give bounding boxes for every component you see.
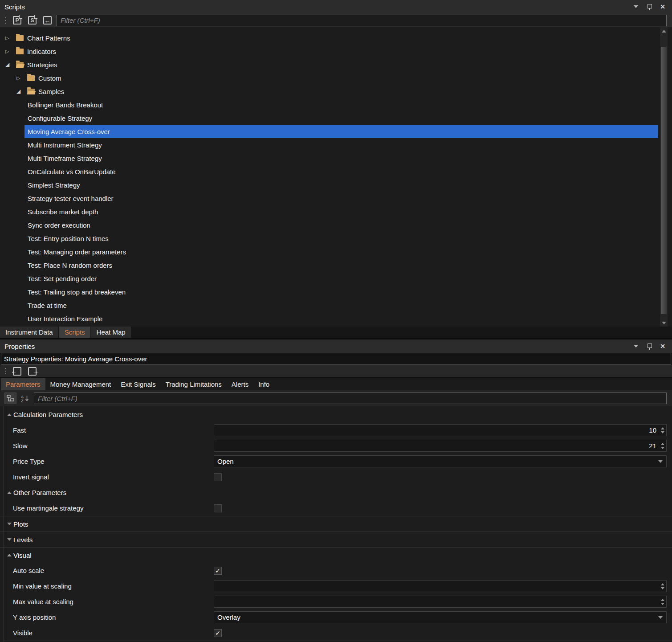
param-label: Y axis position	[13, 613, 214, 621]
tab-money-management[interactable]: Money Management	[45, 378, 116, 390]
bottom-tab-scripts[interactable]: Scripts	[59, 327, 90, 338]
section-collapse-icon[interactable]	[7, 554, 13, 556]
tree-leaf-row[interactable]: Test: Set pending order	[0, 272, 658, 285]
tree-leaf-row[interactable]: Test: Managing order parameters	[0, 245, 658, 258]
tree-folder-row[interactable]: ◢Samples	[0, 85, 658, 98]
section-header-calculation-parameters[interactable]: Calculation Parameters	[0, 407, 672, 422]
tree-item-label: Simplest Strategy	[28, 181, 80, 189]
max-value-at-scaling-input[interactable]	[214, 596, 667, 608]
new-p-script-button[interactable]: P	[11, 15, 23, 26]
export-settings-button[interactable]: →	[26, 365, 38, 377]
section-collapse-icon[interactable]	[7, 413, 13, 416]
tree-item-label: Test: Entry position N times	[28, 235, 109, 242]
param-label: Max value at scaling	[13, 598, 214, 605]
tree-leaf-row[interactable]: Strategy tester event handler	[0, 192, 658, 205]
properties-toolbar: ← →	[0, 365, 672, 378]
bottom-tab-heat-map[interactable]: Heat Map	[91, 327, 131, 338]
auto-scale-checkbox[interactable]: ✓	[214, 567, 222, 575]
param-row-use-martingale-strategy: Use martingale strategy✓	[0, 500, 672, 516]
scripts-filter-input[interactable]	[57, 15, 667, 26]
param-label: Fast	[13, 426, 214, 434]
parameters-filter-row: A Z	[0, 390, 672, 406]
section-expand-icon[interactable]	[7, 538, 13, 541]
section-header-other-parameters[interactable]: Other Parameters	[0, 485, 672, 500]
open-folder-icon	[16, 62, 24, 68]
tree-leaf-row[interactable]: Simplest Strategy	[0, 178, 658, 192]
panel-menu-dropdown-icon[interactable]	[631, 342, 641, 351]
section-header-levels[interactable]: Levels	[0, 532, 672, 547]
scrollbar-down-icon[interactable]	[660, 319, 668, 327]
tree-leaf-row[interactable]: Multi Instrument Strategy	[0, 138, 658, 151]
tree-leaf-row[interactable]: Trade at time	[0, 299, 658, 312]
close-icon[interactable]: ✕	[658, 342, 668, 351]
tree-folder-row[interactable]: ◢Strategies	[0, 58, 658, 71]
export-settings-icon: →	[28, 367, 37, 376]
tree-folder-row[interactable]: ▷Indicators	[0, 45, 658, 58]
collapse-arrow-icon[interactable]: ◢	[16, 88, 27, 94]
section-header-plots[interactable]: Plots	[0, 516, 672, 532]
tree-leaf-row[interactable]: Sync order execution	[0, 218, 658, 232]
tree-leaf-row[interactable]: Moving Average Cross-over	[0, 125, 658, 138]
expand-arrow-icon[interactable]: ▷	[5, 35, 16, 41]
grid-bottom-line	[4, 641, 672, 641]
price-type-dropdown[interactable]: Open	[214, 455, 667, 467]
tree-leaf-row[interactable]: Test: Trailing stop and breakeven	[0, 285, 658, 299]
y-axis-position-dropdown[interactable]: Overlay	[214, 611, 667, 623]
section-label: Calculation Parameters	[13, 411, 83, 418]
tree-leaf-row[interactable]: Test: Entry position N times	[0, 232, 658, 245]
visible-checkbox[interactable]: ✓	[214, 629, 222, 637]
tree-leaf-row[interactable]: Test: Place N random orders	[0, 258, 658, 272]
scrollbar-up-icon[interactable]	[660, 27, 668, 35]
tree-leaf-row[interactable]: User Interaction Example	[0, 312, 658, 325]
import-script-button[interactable]: ←	[41, 15, 53, 26]
tab-trading-limitations[interactable]: Trading Limitations	[161, 378, 227, 390]
parameters-grid: Calculation ParametersFast10Slow21Price …	[0, 406, 672, 642]
min-value-at-scaling-input[interactable]	[214, 580, 667, 592]
tab-parameters[interactable]: Parameters	[1, 378, 45, 390]
spinner-arrows-icon[interactable]	[661, 440, 664, 451]
spinner-arrows-icon[interactable]	[661, 581, 664, 592]
tree-leaf-row[interactable]: Subscribe market depth	[0, 205, 658, 218]
group-by-category-button[interactable]	[4, 393, 16, 404]
section-expand-icon[interactable]	[7, 523, 13, 525]
tree-leaf-row[interactable]: Bollinger Bands Breakout	[0, 98, 658, 111]
bottom-tab-instrument-data[interactable]: Instrument Data	[0, 327, 58, 338]
pin-icon[interactable]	[644, 2, 654, 11]
tree-folder-row[interactable]: ▷Custom	[0, 71, 658, 85]
tree-scrollbar[interactable]	[660, 27, 668, 327]
tree-leaf-row[interactable]: Configurable Strategy	[0, 111, 658, 125]
parameters-filter-input[interactable]	[34, 393, 667, 404]
tree-item-label: Multi Timeframe Strategy	[28, 155, 102, 162]
folder-icon	[27, 75, 35, 81]
section-collapse-icon[interactable]	[7, 491, 13, 494]
dropdown-value: Overlay	[214, 613, 240, 621]
invert-signal-checkbox[interactable]: ✓	[214, 473, 222, 481]
tab-alerts[interactable]: Alerts	[227, 378, 253, 390]
tab-exit-signals[interactable]: Exit Signals	[116, 378, 160, 390]
tree-item-label: Sync order execution	[28, 221, 90, 229]
tree-folder-row[interactable]: ▷Chart Patterns	[0, 31, 658, 45]
tab-info[interactable]: Info	[253, 378, 274, 390]
slow-input[interactable]: 21	[214, 440, 667, 452]
fast-input[interactable]: 10	[214, 424, 667, 436]
param-row-slow: Slow21	[0, 438, 672, 454]
section-header-visual[interactable]: Visual	[0, 547, 672, 563]
scripts-toolbar: P S ←	[0, 13, 672, 27]
use-martingale-strategy-checkbox[interactable]: ✓	[214, 504, 222, 512]
new-s-script-button[interactable]: S	[26, 15, 38, 26]
expand-arrow-icon[interactable]: ▷	[5, 49, 16, 54]
panel-menu-dropdown-icon[interactable]	[631, 2, 641, 11]
sort-az-button[interactable]: A Z	[19, 393, 31, 404]
collapse-arrow-icon[interactable]: ◢	[5, 61, 16, 68]
tree-leaf-row[interactable]: OnCalculate vs OnBarUpdate	[0, 165, 658, 178]
toolbar-grip-handle[interactable]	[4, 366, 6, 376]
pin-icon[interactable]	[644, 342, 654, 351]
spinner-arrows-icon[interactable]	[661, 425, 664, 436]
import-settings-button[interactable]: ←	[11, 365, 23, 377]
expand-arrow-icon[interactable]: ▷	[16, 75, 27, 81]
scrollbar-thumb[interactable]	[661, 47, 667, 314]
spinner-arrows-icon[interactable]	[661, 596, 664, 607]
toolbar-grip-handle[interactable]	[4, 16, 6, 25]
close-icon[interactable]: ✕	[658, 2, 668, 11]
tree-leaf-row[interactable]: Multi Timeframe Strategy	[0, 151, 658, 165]
